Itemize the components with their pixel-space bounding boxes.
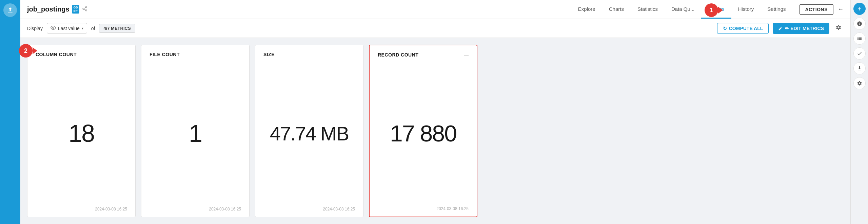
compute-all-label: COMPUTE ALL: [729, 26, 763, 31]
tab-settings[interactable]: Settings: [761, 0, 792, 19]
tab-explore[interactable]: Explore: [571, 0, 602, 19]
edit-metrics-label: ✏ EDIT METRICS: [785, 26, 824, 31]
card-title-column-count: COLUMN COUNT: [36, 52, 77, 57]
annotation-1: 1: [705, 3, 718, 17]
sidebar-settings-button[interactable]: [853, 77, 866, 89]
card-menu-icon-record[interactable]: —: [464, 52, 469, 58]
refresh-icon: ↻: [723, 26, 727, 31]
pencil-icon: [778, 26, 783, 31]
chevron-down-icon: ▾: [82, 26, 83, 30]
sidebar-download-button[interactable]: [853, 62, 866, 74]
card-menu-icon-size[interactable]: —: [350, 52, 355, 57]
eye-icon: [51, 25, 56, 31]
card-timestamp-size: 2024-03-08 16:25: [263, 207, 355, 211]
card-title-record-count: RECORD COUNT: [378, 52, 418, 58]
card-timestamp-column-count: 2024-03-08 16:25: [36, 207, 127, 211]
annotation-2: 2: [19, 44, 33, 58]
dataset-name: job_postings: [27, 5, 69, 13]
edit-metrics-button[interactable]: ✏ EDIT METRICS: [773, 23, 829, 34]
of-label: of: [91, 26, 95, 31]
svg-point-2: [85, 9, 87, 11]
tab-charts[interactable]: Charts: [602, 0, 631, 19]
actions-button[interactable]: ACTIONS: [800, 4, 834, 15]
gdpr-badge: GDPR: [72, 5, 79, 14]
card-header-size: SIZE —: [263, 52, 355, 57]
sidebar-list-button[interactable]: [853, 32, 866, 45]
metric-card-record-count: RECORD COUNT — 17 880 2024-03-08 16:25: [369, 45, 477, 217]
top-nav: job_postings GDPR Explore Charts Statist…: [20, 0, 850, 19]
left-sidebar: [0, 0, 20, 224]
share-icon[interactable]: [82, 6, 87, 13]
svg-point-1: [83, 8, 84, 9]
card-header-record: RECORD COUNT —: [378, 52, 469, 58]
upload-icon[interactable]: [3, 3, 17, 17]
card-menu-icon-file[interactable]: —: [236, 52, 241, 57]
sidebar-info-button[interactable]: [853, 18, 866, 30]
nav-tabs: Explore Charts Statistics Data Qu... 1 M…: [571, 0, 793, 19]
card-value-record-count: 17 880: [378, 60, 469, 206]
settings-button[interactable]: [833, 22, 844, 34]
card-menu-icon[interactable]: —: [122, 52, 127, 57]
card-timestamp-file-count: 2024-03-08 16:25: [150, 207, 241, 211]
svg-line-4: [84, 7, 86, 8]
tab-data-quality[interactable]: Data Qu... 1: [665, 0, 701, 19]
card-value-file-count: 1: [150, 60, 241, 207]
svg-line-3: [84, 9, 86, 10]
last-value-text: Last value: [58, 26, 80, 31]
gear-icon: [835, 24, 842, 30]
card-header: COLUMN COUNT —: [36, 52, 127, 57]
metric-card-file-count: FILE COUNT — 1 2024-03-08 16:25: [141, 45, 250, 217]
display-label: Display: [27, 26, 43, 31]
compute-all-button[interactable]: ↻ COMPUTE ALL: [717, 23, 769, 34]
right-sidebar: [850, 0, 868, 224]
dataset-title: job_postings GDPR: [27, 5, 87, 14]
card-timestamp-record-count: 2024-03-08 16:25: [378, 206, 469, 211]
card-title-file-count: FILE COUNT: [150, 52, 180, 57]
tab-statistics[interactable]: Statistics: [631, 0, 665, 19]
toolbar-wrapper: Display Last value ▾ of 4/7 METRICS 2 ↻ …: [20, 19, 850, 38]
card-value-size: 47.74 MB: [263, 60, 355, 207]
card-header-file: FILE COUNT —: [150, 52, 241, 57]
svg-point-0: [85, 6, 87, 8]
back-arrow[interactable]: ←: [837, 6, 844, 13]
card-title-size: SIZE: [263, 52, 275, 57]
toolbar: Display Last value ▾ of 4/7 METRICS 2 ↻ …: [20, 19, 850, 38]
card-value-column-count: 18: [36, 60, 127, 207]
metric-card-size: SIZE — 47.74 MB 2024-03-08 16:25: [255, 45, 363, 217]
sidebar-check-button[interactable]: [853, 47, 866, 60]
tab-history[interactable]: History: [731, 0, 761, 19]
main-content: job_postings GDPR Explore Charts Statist…: [20, 0, 850, 224]
cards-area: COLUMN COUNT — 18 2024-03-08 16:25 FILE …: [20, 38, 850, 224]
metrics-count-badge[interactable]: 4/7 METRICS: [99, 24, 135, 33]
svg-point-5: [53, 27, 54, 28]
sidebar-add-button[interactable]: [853, 3, 866, 15]
display-select[interactable]: Last value ▾: [47, 23, 87, 33]
metric-card-column-count: COLUMN COUNT — 18 2024-03-08 16:25: [27, 45, 136, 217]
